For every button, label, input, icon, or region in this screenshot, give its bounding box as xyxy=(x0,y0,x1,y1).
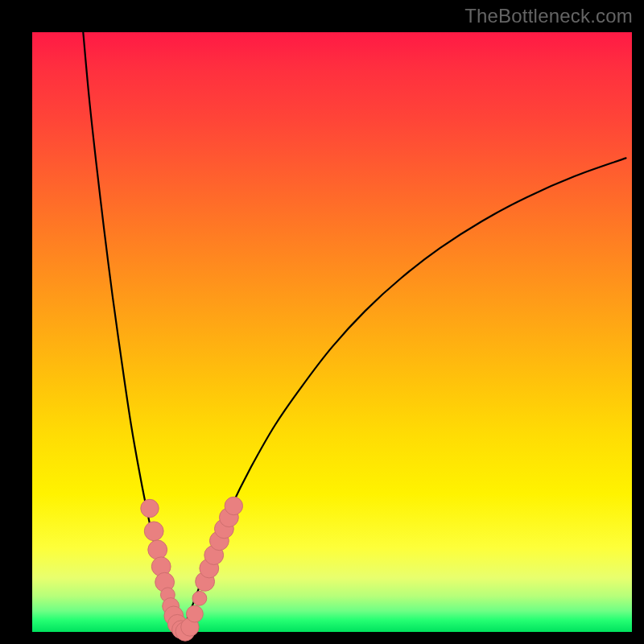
highlight-marker xyxy=(225,497,242,514)
highlight-marker xyxy=(148,540,167,559)
highlight-markers xyxy=(141,497,243,641)
chart-frame: TheBottleneck.com xyxy=(0,0,644,644)
highlight-marker xyxy=(192,591,207,605)
highlight-marker xyxy=(141,499,159,517)
highlight-marker xyxy=(144,522,163,541)
bottleneck-curve-left xyxy=(83,32,182,632)
chart-overlay xyxy=(32,32,632,632)
bottleneck-curve-right xyxy=(182,158,625,632)
highlight-marker xyxy=(187,605,204,622)
watermark-text: TheBottleneck.com xyxy=(464,5,633,27)
